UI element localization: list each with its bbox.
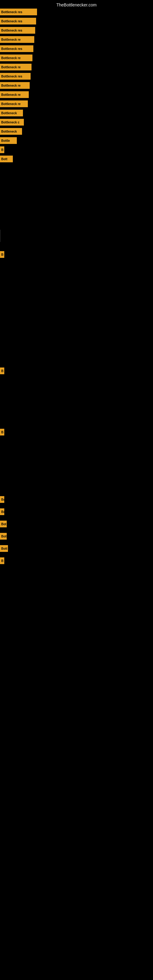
bar-item-9: Bottleneck re: [0, 91, 29, 98]
bar-item-2: Bottleneck res: [0, 27, 35, 34]
bar-item-14: Bottle: [0, 137, 17, 144]
bar-item-4: Bottleneck res: [0, 45, 33, 52]
bar-item-5: Bottleneck re: [0, 54, 32, 61]
bar-item-15: B: [0, 146, 4, 153]
bar-item-1: Bottleneck res: [0, 18, 36, 24]
bar-item-6: Bottleneck re: [0, 64, 32, 70]
bar-item-19: B: [0, 368, 4, 374]
bar-item-12: Bottleneck c: [0, 119, 24, 126]
vertical-line: [0, 230, 0, 242]
bar-item-26: B: [0, 557, 4, 564]
site-title: TheBottlenecker.com: [56, 2, 97, 7]
bar-item-20: B: [0, 429, 4, 436]
bar-item-23: Bot: [0, 520, 7, 527]
bar-item-16: Bott: [0, 156, 13, 162]
bar-item-18: B: [0, 251, 4, 258]
bar-item-22: Bo: [0, 508, 4, 515]
bar-item-0: Bottleneck res: [0, 9, 37, 15]
bar-item-21: Bo: [0, 496, 4, 503]
bar-item-7: Bottleneck res: [0, 73, 30, 80]
bar-item-13: Bottleneck: [0, 128, 22, 135]
bar-item-24: Bott: [0, 533, 7, 539]
bar-item-3: Bottleneck re: [0, 36, 34, 43]
bar-item-25: Bott: [0, 545, 8, 552]
bar-item-10: Bottleneck re: [0, 100, 28, 107]
bar-item-11: Bottleneck: [0, 110, 23, 116]
bar-item-8: Bottleneck re: [0, 82, 30, 89]
